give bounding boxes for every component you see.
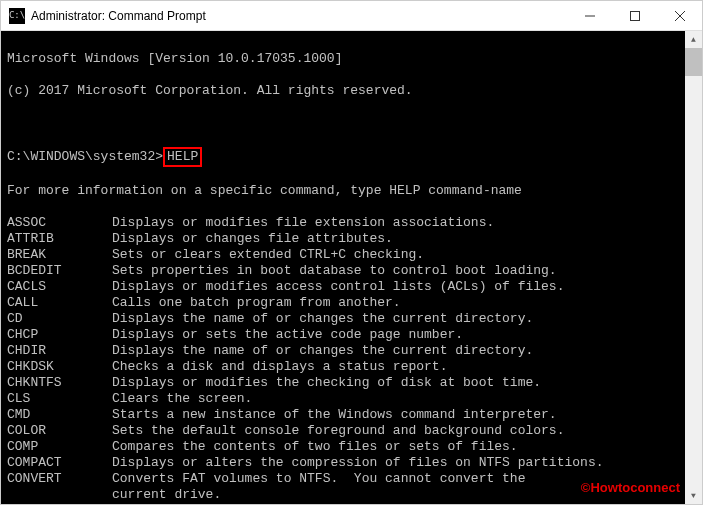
command-name: COMPACT — [7, 455, 112, 471]
app-icon-glyph: C:\ — [9, 11, 25, 20]
command-name: CACLS — [7, 279, 112, 295]
svg-rect-1 — [630, 11, 639, 20]
command-description: Displays or modifies access control list… — [112, 279, 564, 294]
command-name: BCDEDIT — [7, 263, 112, 279]
command-row: CALLCalls one batch program from another… — [7, 295, 679, 311]
command-row: BREAKSets or clears extended CTRL+C chec… — [7, 247, 679, 263]
command-row: COMPCompares the contents of two files o… — [7, 439, 679, 455]
command-description: Displays or modifies the checking of dis… — [112, 375, 541, 390]
command-description: Displays or alters the compression of fi… — [112, 455, 603, 470]
command-row: CHCPDisplays or sets the active code pag… — [7, 327, 679, 343]
command-description: Compares the contents of two files or se… — [112, 439, 518, 454]
command-name: ASSOC — [7, 215, 112, 231]
command-row: ASSOCDisplays or modifies file extension… — [7, 215, 679, 231]
scrollbar-thumb[interactable] — [685, 48, 702, 76]
command-description: Converts FAT volumes to NTFS. You cannot… — [112, 471, 525, 486]
command-name: CALL — [7, 295, 112, 311]
scroll-down-button[interactable]: ▼ — [685, 487, 702, 504]
window-controls — [567, 1, 702, 30]
command-description: Starts a new instance of the Windows com… — [112, 407, 557, 422]
command-row: ATTRIBDisplays or changes file attribute… — [7, 231, 679, 247]
prompt-command-highlighted: HELP — [163, 147, 202, 167]
command-description: Displays or modifies file extension asso… — [112, 215, 494, 230]
command-row: COLORSets the default console foreground… — [7, 423, 679, 439]
blank-line — [7, 115, 679, 131]
vertical-scrollbar[interactable]: ▲ ▼ — [685, 31, 702, 504]
prompt-path: C:\WINDOWS\system32> — [7, 149, 163, 164]
command-description: Clears the screen. — [112, 391, 252, 406]
command-row: CHDIRDisplays the name of or changes the… — [7, 343, 679, 359]
command-row: CONVERTConverts FAT volumes to NTFS. You… — [7, 471, 679, 487]
maximize-button[interactable] — [612, 1, 657, 30]
command-description: Displays the name of or changes the curr… — [112, 311, 533, 326]
command-row: BCDEDITSets properties in boot database … — [7, 263, 679, 279]
terminal-area[interactable]: Microsoft Windows [Version 10.0.17035.10… — [1, 31, 702, 504]
command-description-continuation: current drive. — [7, 487, 679, 503]
command-row: CACLSDisplays or modifies access control… — [7, 279, 679, 295]
command-description: Checks a disk and displays a status repo… — [112, 359, 447, 374]
header-line-2: (c) 2017 Microsoft Corporation. All righ… — [7, 83, 679, 99]
command-name: CMD — [7, 407, 112, 423]
command-description: Copies one or more files to another loca… — [112, 503, 463, 504]
command-name: CHCP — [7, 327, 112, 343]
command-description: Displays the name of or changes the curr… — [112, 343, 533, 358]
command-name: CONVERT — [7, 471, 112, 487]
watermark-text: ©Howtoconnect — [581, 480, 680, 496]
terminal-content: Microsoft Windows [Version 10.0.17035.10… — [1, 31, 685, 504]
command-row: CLSClears the screen. — [7, 391, 679, 407]
command-name: CHDIR — [7, 343, 112, 359]
command-name: COLOR — [7, 423, 112, 439]
scrollbar-track[interactable] — [685, 31, 702, 504]
command-name: BREAK — [7, 247, 112, 263]
minimize-icon — [585, 11, 595, 21]
command-description: Calls one batch program from another. — [112, 295, 401, 310]
command-name: CHKDSK — [7, 359, 112, 375]
help-info-line: For more information on a specific comma… — [7, 183, 679, 199]
command-name: CLS — [7, 391, 112, 407]
command-name: COPY — [7, 503, 112, 504]
command-description: Sets properties in boot database to cont… — [112, 263, 557, 278]
titlebar[interactable]: C:\ Administrator: Command Prompt — [1, 1, 702, 31]
command-row: CHKNTFSDisplays or modifies the checking… — [7, 375, 679, 391]
command-description: Sets or clears extended CTRL+C checking. — [112, 247, 424, 262]
command-row: CHKDSKChecks a disk and displays a statu… — [7, 359, 679, 375]
window-frame: C:\ Administrator: Command Prompt Micros… — [0, 0, 703, 505]
command-description: Sets the default console foreground and … — [112, 423, 564, 438]
command-row: CDDisplays the name of or changes the cu… — [7, 311, 679, 327]
header-line-1: Microsoft Windows [Version 10.0.17035.10… — [7, 51, 679, 67]
command-name: CHKNTFS — [7, 375, 112, 391]
app-icon: C:\ — [9, 8, 25, 24]
command-row: COPYCopies one or more files to another … — [7, 503, 679, 504]
command-row: CMDStarts a new instance of the Windows … — [7, 407, 679, 423]
close-icon — [675, 11, 685, 21]
window-title: Administrator: Command Prompt — [31, 8, 567, 24]
maximize-icon — [630, 11, 640, 21]
command-name: COMP — [7, 439, 112, 455]
command-row: COMPACTDisplays or alters the compressio… — [7, 455, 679, 471]
minimize-button[interactable] — [567, 1, 612, 30]
command-description: Displays or changes file attributes. — [112, 231, 393, 246]
close-button[interactable] — [657, 1, 702, 30]
command-name: CD — [7, 311, 112, 327]
command-description: Displays or sets the active code page nu… — [112, 327, 463, 342]
command-name: ATTRIB — [7, 231, 112, 247]
prompt-line: C:\WINDOWS\system32>HELP — [7, 147, 679, 167]
commands-list: ASSOCDisplays or modifies file extension… — [7, 215, 679, 504]
